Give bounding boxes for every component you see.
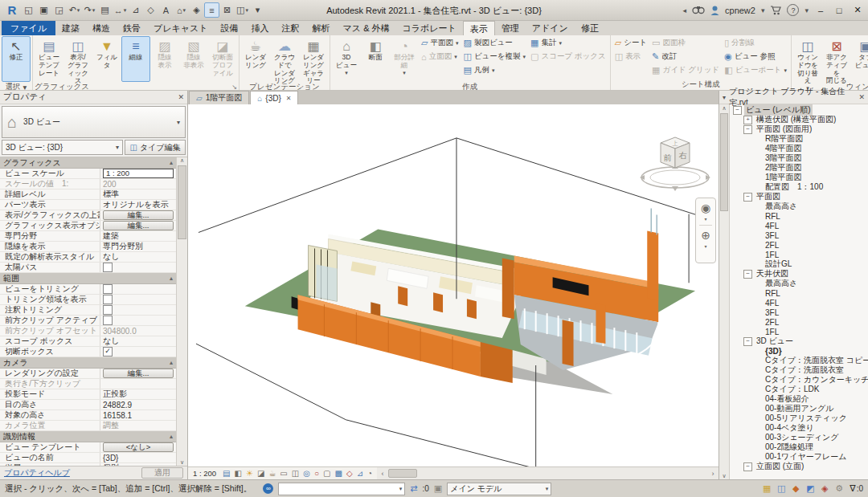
ribbon-button-filter[interactable]: ▼フィルタ [92,36,121,82]
property-checkbox[interactable] [103,316,113,325]
ribbon-button-sheet[interactable]: ▱シート [612,36,649,50]
qat-switch-windows-icon[interactable]: ◫▾ [235,2,250,18]
scroll-up-icon[interactable]: ∧ [722,105,726,112]
close-button[interactable]: ✕ [851,5,864,15]
highlight-displacement-sets-icon[interactable]: ◔ [367,468,372,479]
browser-item[interactable]: 1FL [730,327,868,336]
ribbon-tab-解析[interactable]: 解析 [306,21,337,35]
tree-item-label[interactable]: 立面図 (立面) [755,461,805,472]
user-avatar-icon[interactable] [710,6,719,15]
show-crop-region-icon[interactable]: ◫ [292,468,299,479]
ribbon-button-close-inactive[interactable]: ⊠非アクティブを 閉じる [822,36,851,82]
worksharing-display-icon[interactable]: ⊿ [357,468,363,479]
tree-item-label[interactable]: 最高高さ [764,201,799,212]
ribbon-tab-アドイン[interactable]: アドイン [526,21,575,35]
browser-item[interactable]: 1FL [730,250,868,259]
ribbon-tab-マス & 外構[interactable]: マス & 外構 [337,21,396,35]
ribbon-button-duplicate[interactable]: ◫ビューを複製▾ [461,50,528,63]
tree-item-label[interactable]: RFL [764,289,782,298]
property-value[interactable]: 編集... [100,369,176,378]
temporary-view-properties-icon[interactable]: ▢ [323,468,330,479]
ribbon-tab-修正[interactable]: 修正 [575,21,605,35]
qat-save-icon[interactable]: ▣ [36,2,51,18]
ribbon-button-schedule[interactable]: ▦集計▾ [528,36,564,50]
property-value[interactable]: ✓ [100,347,176,356]
ribbon-tab-コラボレート[interactable]: コラボレート [396,21,463,35]
ribbon-tab-プレキャスト[interactable]: プレキャスト [147,21,215,35]
ribbon-button-visibility-graphics[interactable]: ◫表示/ グラフィックス [63,36,92,82]
ribbon-button-drafting[interactable]: ▨製図ビュー [461,36,514,50]
design-options-icon[interactable]: ▣ [434,483,442,494]
property-value[interactable]: 編集... [100,210,176,220]
property-value[interactable]: {3D} [100,453,176,462]
collapse-section-icon[interactable]: ▴ [170,159,173,166]
property-edit-button[interactable]: 編集... [103,210,174,220]
scrollbar-thumb[interactable] [178,165,186,239]
property-value[interactable]: 専門分野別 [100,242,176,251]
tree-item-label[interactable]: 最高高さ [764,278,799,289]
sun-path-icon[interactable]: ☀ [246,468,253,479]
ribbon-tab-注釈[interactable]: 注釈 [276,21,306,35]
steering-wheel-icon[interactable]: ◉ [701,202,710,214]
scroll-right-icon[interactable]: › [707,470,719,478]
app-store-cart-icon[interactable] [770,6,781,15]
hide-analytical-model-icon[interactable]: ▩ [335,468,342,479]
qat-undo-icon[interactable]: ↶▾ [67,2,82,18]
view-scale-button[interactable]: 1 : 200 [193,469,216,478]
chevron-down-icon[interactable]: ▾ [704,243,706,249]
tree-expander-icon[interactable]: − [733,106,742,115]
chevron-down-icon[interactable]: ▾ [704,216,706,222]
qat-redo-icon[interactable]: ↷▾ [82,2,97,18]
edit-type-button[interactable]: ◫ タイプ編集 [125,140,186,155]
properties-help-link[interactable]: プロパティヘルプ [4,467,70,479]
select-pinned-toggle-icon[interactable]: ◆ [790,483,801,495]
property-value[interactable] [100,263,176,272]
browser-item[interactable]: 4FL [730,298,868,308]
property-value[interactable]: 1 : 200 [100,169,176,178]
property-value[interactable]: 標準 [100,189,176,199]
ribbon-tab-鉄骨[interactable]: 鉄骨 [117,21,147,35]
tree-item-label[interactable]: {3D} [764,347,784,356]
scrollbar-thumb[interactable] [720,113,728,211]
rendering-dialog-icon[interactable]: ☕ [268,468,276,479]
help-menu-chevron-icon[interactable]: ▾ [805,6,809,14]
tree-expander-icon[interactable]: + [743,116,752,124]
property-edit-field[interactable]: 1 : 200 [103,169,174,178]
minimize-button[interactable]: – [814,6,827,15]
property-value[interactable] [100,316,176,325]
property-value[interactable] [100,295,176,304]
qat-default-3d-view-icon[interactable]: ⌂▾ [174,2,189,18]
property-value[interactable]: なし [100,252,176,262]
view-tab-1階平面図[interactable]: ▱1階平面図 [189,91,249,104]
view-tab-{3D}[interactable]: ⌂{3D}✕ [250,91,298,104]
selection-settings-icon[interactable]: ⚙ [833,483,845,495]
shadows-icon[interactable]: ◪ [257,468,264,479]
property-section-header[interactable]: 範囲▴ [0,273,176,284]
qat-section-icon[interactable]: ◈ [189,2,204,18]
maximize-button[interactable]: □ [833,6,845,15]
ribbon-tab-ファイル[interactable]: ファイル [2,21,55,35]
horizontal-scrollbar[interactable]: ‹ › [377,467,719,479]
qat-aligned-dimension-icon[interactable]: ⊿ [128,2,143,18]
ribbon-button-section-view[interactable]: ◧断面 [361,36,390,82]
ribbon-tab-構造[interactable]: 構造 [86,21,117,35]
browser-item[interactable]: 設計GL [730,259,868,269]
ribbon-button-cursor[interactable]: ↖修正 [2,36,31,82]
scroll-down-icon[interactable]: ∨ [180,459,184,466]
ribbon-button-render[interactable]: ☕レンダリング [241,36,270,82]
browser-item[interactable]: 最高高さ [730,202,868,211]
property-value[interactable]: 24882.9 [100,400,176,409]
qat-open-file-icon[interactable]: ◱ [21,2,36,18]
tree-expander-icon[interactable]: − [743,193,752,202]
user-menu-chevron-icon[interactable]: ▾ [761,6,765,14]
browser-item[interactable]: 最高高さ [730,279,868,288]
property-checkbox[interactable]: ✓ [103,347,113,356]
ribbon-tab-設備[interactable]: 設備 [215,21,245,35]
close-view-tab-icon[interactable]: ✕ [286,95,292,102]
ribbon-button-render-cloud[interactable]: ☁クラウドで レンダリング [270,36,299,82]
drag-on-selection-toggle-icon[interactable]: ◈ [819,483,830,495]
tree-item-label[interactable]: RFL [764,212,782,221]
property-value[interactable]: <なし> [100,442,176,452]
dialog-launcher-icon[interactable]: ↘ [231,84,237,91]
browser-scrollbar[interactable]: ∧ ∨ [719,104,730,479]
